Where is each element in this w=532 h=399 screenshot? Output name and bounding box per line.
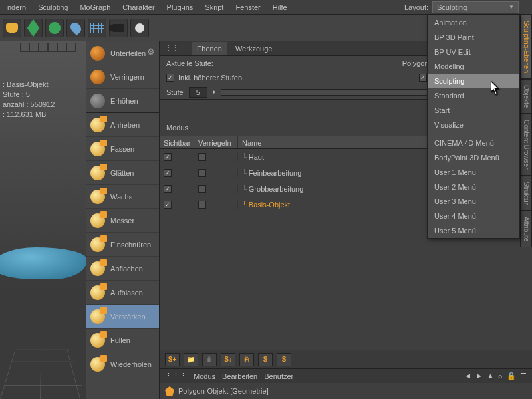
object-row[interactable]: Polygon-Objekt [Geometrie]	[160, 383, 532, 399]
grid-icon[interactable]	[88, 19, 106, 37]
dropdown-item[interactable]: User 5 Menü	[428, 223, 519, 238]
incl-higher-label: Inkl. höherer Stufen	[178, 74, 242, 82]
layer-name: Grobbearbeitung	[249, 185, 304, 193]
add-layer-icon[interactable]: S+	[165, 353, 180, 366]
menu-item[interactable]: Fenster	[229, 0, 266, 15]
menu-item[interactable]: Hilfe	[267, 0, 293, 15]
gear-icon[interactable]	[45, 19, 64, 37]
tab-modus[interactable]: Modus	[194, 372, 215, 380]
tool-wax[interactable]: Wachs	[86, 185, 159, 209]
side-tab-content[interactable]: Content Browser	[520, 114, 532, 175]
viewport[interactable]: : Basis-Objekt Stufe : 5 anzahl : 550912…	[0, 41, 86, 399]
tool-inflate[interactable]: Aufblasen	[86, 281, 159, 305]
nav-fwd-icon[interactable]: ►	[475, 372, 483, 380]
col-lock[interactable]: Verriegeln	[194, 136, 238, 148]
visibility-checkbox[interactable]: ✓	[164, 185, 172, 193]
tool-fill[interactable]: Füllen	[86, 329, 159, 352]
layer-icon[interactable]: S↓	[221, 353, 235, 366]
side-tabs: Sculpting-Ebenen Objekte Content Browser…	[520, 15, 532, 247]
dropdown-item[interactable]: Visualize	[428, 118, 519, 132]
cube-icon[interactable]	[24, 19, 43, 37]
tool-pull[interactable]: Anheben	[86, 113, 159, 137]
sculpt-mesh[interactable]	[0, 247, 86, 279]
folder-icon[interactable]: 📁	[184, 353, 198, 366]
lock-icon[interactable]: 🔒	[507, 372, 516, 380]
menu-item[interactable]: Sculpting	[32, 0, 74, 15]
search-icon[interactable]: ⌕	[498, 372, 503, 380]
checkbox-phong[interactable]: ✓	[419, 74, 427, 82]
menu-item[interactable]: Charakter	[116, 0, 160, 15]
tool-subdivide[interactable]: Unterteilen⚙	[86, 41, 159, 65]
tab-bearbeiten[interactable]: Bearbeiten	[222, 372, 257, 380]
menu-item[interactable]: Plug-ins	[161, 0, 200, 15]
trash-icon[interactable]: 🗑	[202, 353, 217, 366]
dropdown-item[interactable]: Sculpting	[428, 74, 519, 88]
side-tab-attribute[interactable]: Attribute	[520, 211, 532, 247]
stepper-icon[interactable]: ♦	[213, 89, 215, 95]
lock-checkbox[interactable]	[198, 201, 206, 209]
visibility-checkbox[interactable]: ✓	[164, 153, 172, 161]
layer-icon[interactable]: S	[258, 353, 273, 366]
tool-pinch[interactable]: Einschnüren	[86, 233, 159, 257]
tool-repeat[interactable]: Wiederholen	[86, 352, 159, 376]
layer-name: Haut	[249, 153, 264, 161]
viewport-mini-icons[interactable]	[20, 43, 76, 52]
col-visible[interactable]: Sichtbar	[160, 136, 194, 148]
dropdown-item[interactable]: BP 3D Paint	[428, 30, 519, 45]
light-icon[interactable]	[130, 19, 149, 37]
stufe-field[interactable]: 5	[189, 87, 207, 98]
side-tab-sculpting[interactable]: Sculpting-Ebenen	[520, 15, 532, 79]
layer-icon[interactable]: ⎘	[239, 353, 254, 366]
gear-icon[interactable]: ⚙	[147, 47, 155, 57]
drop-icon[interactable]	[66, 19, 85, 37]
tool-flatten[interactable]: Abflachen	[86, 257, 159, 281]
layer-icon[interactable]: S	[277, 353, 291, 366]
tool-increase[interactable]: Erhöhen	[86, 89, 159, 113]
lock-checkbox[interactable]	[198, 169, 206, 177]
lock-checkbox[interactable]	[198, 185, 206, 193]
layout-label: Layout:	[404, 3, 432, 11]
dropdown-item[interactable]: Start	[428, 103, 519, 118]
tool-knife[interactable]: Messer	[86, 209, 159, 233]
dropdown-item[interactable]: CINEMA 4D Menü	[428, 136, 519, 150]
tool-smooth[interactable]: Glätten	[86, 161, 159, 185]
menu-item[interactable]: MoGraph	[74, 0, 116, 15]
visibility-checkbox[interactable]: ✓	[164, 201, 172, 209]
dropdown-item[interactable]: Standard	[428, 88, 519, 103]
visibility-checkbox[interactable]: ✓	[164, 169, 172, 177]
menu-item[interactable]: Skript	[199, 0, 229, 15]
menu-icon[interactable]: ☰	[520, 372, 527, 380]
dropdown-item[interactable]: Modeling	[428, 59, 519, 74]
tab-ebenen[interactable]: Ebenen	[192, 42, 227, 55]
side-tab-struktur[interactable]: Struktur	[520, 176, 532, 211]
camera-icon[interactable]	[109, 19, 128, 37]
tool-grab[interactable]: Fassen	[86, 137, 159, 161]
menu-item[interactable]: ndern	[1, 0, 32, 15]
drag-handle-icon[interactable]: ⋮⋮⋮	[165, 372, 187, 380]
tab-werkzeuge[interactable]: Werkzeuge	[230, 42, 277, 55]
chevron-down-icon: ▼	[509, 4, 514, 10]
dropdown-item[interactable]: User 4 Menü	[428, 209, 519, 223]
dropdown-item[interactable]: BP UV Edit	[428, 45, 519, 59]
lock-checkbox[interactable]	[198, 153, 206, 161]
checkbox-incl-higher[interactable]: ✓	[166, 74, 174, 82]
current-level-label: Aktuelle Stufe:	[166, 59, 213, 67]
layout-dropdown[interactable]: Sculpting ▼	[432, 1, 519, 13]
dropdown-item[interactable]: Animation	[428, 15, 519, 30]
layer-name: Feinbearbeitung	[249, 169, 302, 177]
drag-handle-icon[interactable]: ⋮⋮⋮	[165, 44, 185, 53]
dropdown-item[interactable]: User 1 Menü	[428, 165, 519, 180]
tool-reduce[interactable]: Verringern	[86, 65, 159, 89]
nav-up-icon[interactable]: ▲	[487, 372, 494, 380]
nav-back-icon[interactable]: ◄	[464, 372, 471, 380]
attribute-tabs: ⋮⋮⋮ Modus Bearbeiten Benutzer ◄ ► ▲ ⌕ 🔒 …	[160, 368, 532, 383]
side-tab-objekte[interactable]: Objekte	[520, 79, 532, 114]
dropdown-item[interactable]: BodyPaint 3D Menü	[428, 150, 519, 165]
viewport-info: : Basis-Objekt Stufe : 5 anzahl : 550912…	[3, 80, 55, 120]
tool-amplify[interactable]: Verstärken	[86, 305, 159, 329]
floor-grid	[0, 350, 86, 399]
tool-icon[interactable]	[3, 19, 21, 37]
dropdown-item[interactable]: User 3 Menü	[428, 194, 519, 209]
dropdown-item[interactable]: User 2 Menü	[428, 180, 519, 194]
tab-benutzer[interactable]: Benutzer	[264, 372, 293, 380]
